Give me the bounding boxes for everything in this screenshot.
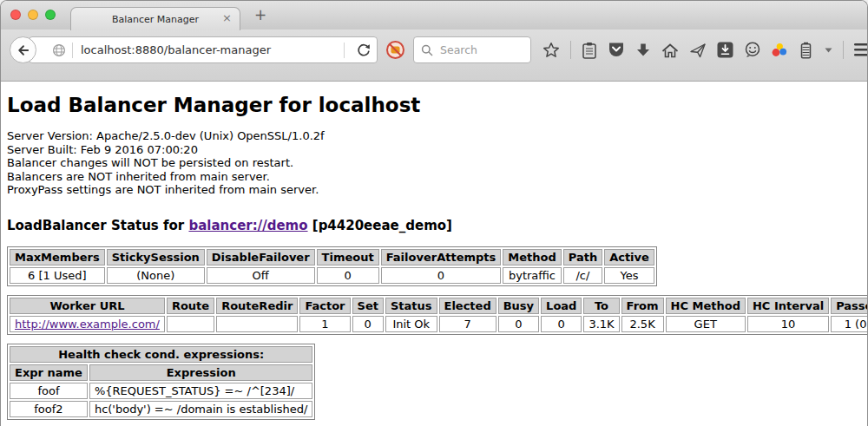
toolbar-divider xyxy=(843,41,844,59)
server-info: Server Version: Apache/2.5.0-dev (Unix) … xyxy=(7,129,860,197)
persist-note-line: Balancer changes will NOT be persisted o… xyxy=(7,156,860,170)
col-failoverattempts: FailoverAttempts xyxy=(381,249,502,265)
cell-timeout: 0 xyxy=(317,267,379,284)
home-button[interactable] xyxy=(661,40,679,61)
tab-close-icon[interactable]: × xyxy=(222,12,232,24)
server-version-line: Server Version: Apache/2.5.0-dev (Unix) … xyxy=(7,129,860,143)
table-title-row: Health check cond. expressions: xyxy=(10,346,312,363)
cell-path: /c/ xyxy=(563,267,602,284)
bookmark-button[interactable] xyxy=(542,40,560,61)
table-row: 6 [1 Used] (None) Off 0 0 bytraffic /c/ … xyxy=(10,267,654,284)
clipboard-icon xyxy=(582,42,597,59)
title-bar: Balancer Manager × + xyxy=(1,1,867,29)
search-bar[interactable] xyxy=(413,36,531,63)
col-active: Active xyxy=(604,249,654,265)
col-status: Status xyxy=(385,298,437,314)
pocket-button[interactable] xyxy=(608,40,625,61)
battery-status-button[interactable] xyxy=(798,40,814,61)
url-input[interactable] xyxy=(79,43,338,57)
traffic-lights xyxy=(10,10,56,20)
loadbalancer-status-heading: LoadBalancer Status for balancer://demo … xyxy=(7,218,860,233)
col-to: To xyxy=(583,298,619,314)
table-row: foof2 hc('body') =~ /domain is establish… xyxy=(10,401,312,417)
col-factor: Factor xyxy=(299,298,350,314)
worker-table: Worker URL Route RouteRedir Factor Set S… xyxy=(7,295,868,335)
cell-expr-name: foof xyxy=(10,383,88,399)
col-busy: Busy xyxy=(498,298,539,314)
col-disablefailover: DisableFailover xyxy=(207,249,315,265)
page-content: Load Balancer Manager for localhost Serv… xyxy=(1,94,867,426)
cell-expression: %{REQUEST_STATUS} =~ /^[234]/ xyxy=(89,383,313,399)
menu-icon xyxy=(854,43,868,56)
colored-dots-icon xyxy=(772,43,787,57)
cell-to: 3.1K xyxy=(583,316,619,332)
page-title: Load Balancer Manager for localhost xyxy=(7,94,860,116)
tab-title: Balancer Manager xyxy=(112,14,199,25)
col-set: Set xyxy=(352,298,384,314)
col-routeredir: RouteRedir xyxy=(216,298,298,314)
col-expr-name: Expr name xyxy=(10,364,88,381)
cell-busy: 0 xyxy=(498,316,539,332)
overflow-caret-icon xyxy=(825,48,832,53)
back-button[interactable] xyxy=(10,36,36,63)
reload-button[interactable] xyxy=(351,37,377,62)
col-method: Method xyxy=(503,249,561,265)
table-header-row: MaxMembers StickySession DisableFailover… xyxy=(10,249,654,265)
zoom-window-button[interactable] xyxy=(45,10,56,20)
search-input[interactable] xyxy=(438,43,516,57)
menu-button[interactable] xyxy=(854,40,868,61)
balancers-note-line: Balancers are NOT inherited from main se… xyxy=(7,170,860,184)
urlbar-divider xyxy=(72,43,73,58)
cell-route xyxy=(167,316,214,332)
col-worker-url: Worker URL xyxy=(10,298,165,314)
send-tab-button[interactable] xyxy=(689,40,707,61)
feedback-button[interactable] xyxy=(744,40,761,61)
download-icon xyxy=(635,43,651,58)
send-icon xyxy=(689,43,707,58)
back-arrow-icon xyxy=(16,43,30,58)
overflow-caret-button[interactable] xyxy=(825,40,832,61)
table-header-row: Expr name Expression xyxy=(10,364,312,381)
globe-icon xyxy=(52,43,66,57)
video-download-button[interactable] xyxy=(717,40,733,61)
col-from: From xyxy=(621,298,664,314)
feedback-smiley-icon xyxy=(744,42,761,58)
tab-balancer-manager[interactable]: Balancer Manager × xyxy=(70,7,240,30)
cell-expression: hc('body') =~ /domain is established/ xyxy=(89,401,313,417)
cell-worker-url: http://www.example.com/ xyxy=(10,316,165,332)
col-timeout: Timeout xyxy=(317,249,379,265)
col-stickysession: StickySession xyxy=(107,249,205,265)
table-row: foof %{REQUEST_STATUS} =~ /^[234]/ xyxy=(10,383,312,399)
cell-maxmembers: 6 [1 Used] xyxy=(10,267,105,284)
col-route: Route xyxy=(167,298,214,314)
extension-dots-button[interactable] xyxy=(772,40,787,61)
col-load: Load xyxy=(541,298,582,314)
cell-active: Yes xyxy=(604,267,654,284)
col-maxmembers: MaxMembers xyxy=(10,249,105,265)
proxypass-note-line: ProxyPass settings are NOT inherited fro… xyxy=(7,183,860,197)
urlbar-divider xyxy=(344,43,345,58)
health-check-table: Health check cond. expressions: Expr nam… xyxy=(7,344,315,420)
cell-routeredir xyxy=(216,316,298,332)
battery-icon xyxy=(798,42,814,59)
close-window-button[interactable] xyxy=(10,10,21,20)
minimize-window-button[interactable] xyxy=(28,10,38,20)
cell-hc-method: GET xyxy=(666,316,746,332)
downloads-button[interactable] xyxy=(635,40,651,61)
cell-method: bytraffic xyxy=(503,267,561,284)
reading-list-button[interactable] xyxy=(582,40,597,61)
balancer-demo-link[interactable]: balancer://demo xyxy=(188,218,307,233)
browser-window: Balancer Manager × + xyxy=(0,0,868,426)
worker-url-link[interactable]: http://www.example.com/ xyxy=(15,318,160,331)
col-expression: Expression xyxy=(89,364,313,381)
cell-factor: 1 xyxy=(299,316,350,332)
noscript-button[interactable] xyxy=(385,36,405,63)
cell-set: 0 xyxy=(352,316,384,332)
url-bar[interactable] xyxy=(29,36,378,63)
table-header-row: Worker URL Route RouteRedir Factor Set S… xyxy=(10,298,868,314)
new-tab-button[interactable]: + xyxy=(254,6,266,23)
status-prefix: LoadBalancer Status for xyxy=(7,218,184,233)
status-suffix: [p4420eeae_demo] xyxy=(312,218,452,233)
cell-from: 2.5K xyxy=(621,316,664,332)
search-icon xyxy=(421,44,433,56)
